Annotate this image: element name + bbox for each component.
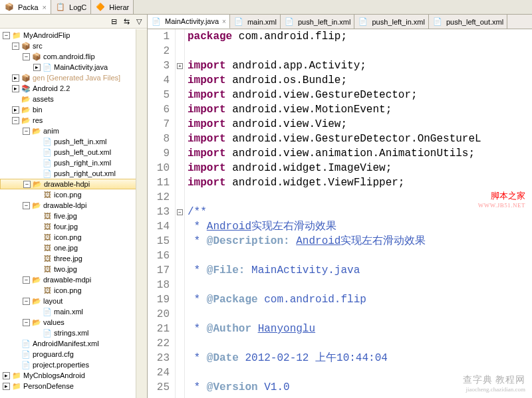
expand-icon[interactable]: − xyxy=(3,32,10,39)
code-line[interactable]: import android.os.Bundle; xyxy=(188,73,532,88)
code-editor[interactable]: 1234567891011121314151617181920212223242… xyxy=(148,29,532,398)
tree-item[interactable]: ▸📄MainActivity.java xyxy=(0,62,147,72)
code-line[interactable]: import android.view.View; xyxy=(188,117,532,132)
fold-toggle-icon[interactable]: − xyxy=(177,209,183,215)
tree-item[interactable]: 🖼icon.png xyxy=(0,232,147,243)
tab-label: MainActivity.java xyxy=(165,17,219,25)
code-line[interactable]: import android.app.Activity; xyxy=(188,58,532,73)
view-tab-packa[interactable]: 📦Packa× xyxy=(0,0,51,14)
fold-toggle-icon[interactable]: + xyxy=(177,63,183,69)
tree-item[interactable]: 📄push_right_in.xml xyxy=(0,157,147,168)
tree-item[interactable]: −📂layout xyxy=(0,296,147,306)
code-line[interactable]: * @Description: Android实现左右滑动效果 xyxy=(188,234,532,249)
expand-icon xyxy=(33,255,41,262)
tree-scrollbar[interactable] xyxy=(136,29,147,398)
tree-item[interactable]: 🖼four.jpg xyxy=(0,221,147,232)
tab-icon: 📋 xyxy=(55,3,66,12)
expand-icon[interactable]: − xyxy=(23,128,30,135)
tree-item[interactable]: 📄push_right_out.xml xyxy=(0,168,147,179)
tree-item[interactable]: 📄main.xml xyxy=(0,306,147,317)
tree-item[interactable]: −📂drawable-mdpi xyxy=(0,274,147,285)
tree-item[interactable]: −📂values xyxy=(0,317,147,328)
editor-tab[interactable]: 📄push_left_out.xml xyxy=(429,15,507,29)
tree-item[interactable]: 🖼five.jpg xyxy=(0,211,147,221)
expand-icon[interactable]: ▸ xyxy=(33,64,41,71)
expand-icon[interactable]: ▸ xyxy=(3,372,10,379)
code-line[interactable]: import android.widget.ViewFlipper; xyxy=(188,175,532,190)
tree-item[interactable]: ▸📁PersonDefense xyxy=(0,381,147,391)
view-tab-hierar[interactable]: 🔶Hierar xyxy=(91,0,134,14)
code-line[interactable]: * @Author Hanyonglu xyxy=(188,322,532,336)
expand-icon[interactable]: ▸ xyxy=(12,106,19,114)
expand-icon[interactable]: − xyxy=(23,319,30,326)
tree-item[interactable]: 📄strings.xml xyxy=(0,328,147,338)
close-icon[interactable]: × xyxy=(43,3,47,11)
expand-icon xyxy=(12,351,19,358)
tree-item[interactable]: −📂anim xyxy=(0,126,147,136)
expand-icon[interactable]: ▸ xyxy=(12,74,19,82)
code-line[interactable]: package com.android.flip; xyxy=(188,29,532,44)
tree-item[interactable]: 🖼icon.png xyxy=(0,189,147,200)
code-line[interactable]: * @Date 2012-02-12 上午10:44:04 xyxy=(188,351,532,365)
tree-item[interactable]: 📄push_left_out.xml xyxy=(0,147,147,157)
tree-item[interactable]: 🖼one.jpg xyxy=(0,243,147,253)
expand-icon[interactable]: − xyxy=(12,117,19,124)
code-line[interactable]: import android.view.MotionEvent; xyxy=(188,102,532,117)
tree-item[interactable]: −📦src xyxy=(0,41,147,51)
expand-icon[interactable]: − xyxy=(23,53,30,60)
fold-cell[interactable]: − xyxy=(176,205,184,219)
tree-item[interactable]: −📦com.android.flip xyxy=(0,51,147,62)
expand-icon[interactable]: − xyxy=(23,181,31,188)
expand-icon[interactable]: − xyxy=(23,298,30,305)
code-line[interactable]: * @Package com.android.flip xyxy=(188,292,532,307)
tree-item[interactable]: −📂drawable-ldpi xyxy=(0,200,147,211)
code-line[interactable]: import android.view.GestureDetector; xyxy=(188,88,532,102)
tree-item[interactable]: −📂res xyxy=(0,115,147,126)
tree-item[interactable]: 📄AndroidManifest.xml xyxy=(0,338,147,349)
tree-item[interactable]: ▸📂bin xyxy=(0,104,147,115)
tree-item[interactable]: ▸📦gen [Generated Java Files] xyxy=(0,72,147,83)
view-tab-logc[interactable]: 📋LogC xyxy=(51,0,91,14)
tree-item[interactable]: 🖼three.jpg xyxy=(0,253,147,264)
editor-tab[interactable]: 📄push_left_in.xml xyxy=(281,15,355,29)
tree-item[interactable]: 🖼icon.png xyxy=(0,285,147,296)
fold-cell[interactable]: + xyxy=(176,58,184,73)
code-line[interactable] xyxy=(188,249,532,263)
code-line[interactable] xyxy=(188,278,532,292)
code-line[interactable]: import android.view.animation.AnimationU… xyxy=(188,146,532,161)
line-number: 19 xyxy=(148,292,170,307)
expand-icon[interactable]: ▸ xyxy=(3,383,10,390)
code-content[interactable]: package com.android.flip;import android.… xyxy=(185,29,532,398)
tree-item[interactable]: 🖼two.jpg xyxy=(0,264,147,274)
editor-tab[interactable]: 📄MainActivity.java× xyxy=(148,15,230,29)
expand-icon[interactable]: − xyxy=(12,43,19,50)
code-line[interactable] xyxy=(188,307,532,322)
link-editor-icon[interactable]: ⇆ xyxy=(121,16,132,27)
tree-item[interactable]: 📂assets xyxy=(0,94,147,104)
editor-tab[interactable]: 📄main.xml xyxy=(230,15,281,29)
tree-item[interactable]: −📁MyAndroidFlip xyxy=(0,30,147,41)
view-menu-icon[interactable]: ▽ xyxy=(134,16,144,27)
expand-icon[interactable]: − xyxy=(23,202,30,209)
tree-item[interactable]: ▸📁MyCnblogsAndroid xyxy=(0,370,147,381)
close-icon[interactable]: × xyxy=(222,18,226,25)
code-line[interactable] xyxy=(188,336,532,351)
editor-tab[interactable]: 📄push_left_in.xml xyxy=(354,15,429,29)
tree-item[interactable]: −📂drawable-hdpi xyxy=(0,179,147,189)
collapse-all-icon[interactable]: ⊟ xyxy=(108,16,119,27)
fold-gutter[interactable]: +− xyxy=(176,29,185,398)
expand-icon[interactable]: − xyxy=(23,276,30,284)
code-line[interactable]: import android.view.GestureDetector.OnGe… xyxy=(188,132,532,146)
line-number: 16 xyxy=(148,249,170,263)
code-line[interactable] xyxy=(188,44,532,58)
tree-item[interactable]: ▸📚Android 2.2 xyxy=(0,83,147,94)
expand-icon[interactable]: ▸ xyxy=(12,85,19,92)
tree-item[interactable]: 📄proguard.cfg xyxy=(0,349,147,359)
code-line[interactable]: * @File: MainActivity.java xyxy=(188,263,532,278)
tree-item[interactable]: 📄push_left_in.xml xyxy=(0,136,147,147)
code-line[interactable]: * Android实现左右滑动效果 xyxy=(188,219,532,234)
tree-item[interactable]: 📄project.properties xyxy=(0,359,147,370)
expand-icon xyxy=(12,361,19,369)
code-line[interactable]: import android.widget.ImageView; xyxy=(188,161,532,175)
project-tree[interactable]: −📁MyAndroidFlip−📦src−📦com.android.flip▸📄… xyxy=(0,29,147,398)
